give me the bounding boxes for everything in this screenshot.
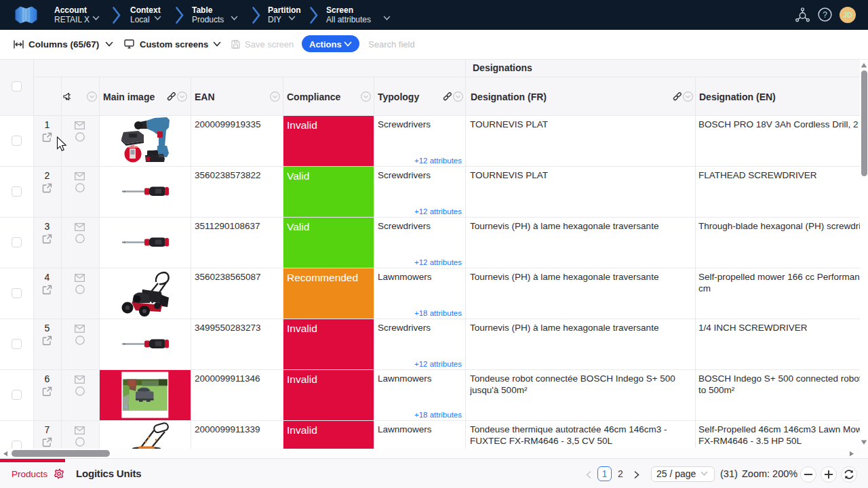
- svg-text:PEUGEOT: PEUGEOT: [127, 146, 139, 148]
- svg-text:?: ?: [823, 10, 827, 20]
